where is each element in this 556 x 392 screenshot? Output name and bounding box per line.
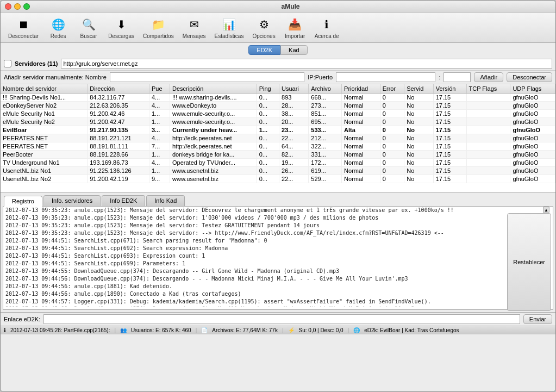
status-log-line: 2012-07-13 09:45:28: PartFile.cpp(2165): <box>10 327 110 333</box>
col-priority: Prioridad <box>342 84 380 94</box>
toolbar-importar-label: Importar <box>285 33 305 39</box>
status-files: Archivos: E: 77,64M K: 77k <box>212 327 278 333</box>
log-section: 2012-07-13 09:35:23: amule.cpp(1523): Me… <box>3 206 553 310</box>
col-version: Versión <box>433 84 466 94</box>
server-url-input[interactable] <box>61 59 552 69</box>
log-line: 2012-07-13 09:35:23: amule.cpp(1523): Me… <box>5 207 541 214</box>
toolbar-buscar-label: Buscar <box>80 33 97 39</box>
table-row[interactable]: PEERATES.NET88.191.81.1117...http://edk.… <box>1 142 555 151</box>
toolbar-opciones-label: Opciones <box>252 33 275 39</box>
table-header-row: Nombre del servidor Dirección Pue Descri… <box>1 84 555 94</box>
ed2k-bar: Enlace eD2K: Enviar <box>1 312 555 326</box>
descargas-icon: ⬇ <box>113 16 130 33</box>
log-line: 2012-07-13 09:35:23: amule.cpp(1523): Me… <box>5 214 541 222</box>
acerca-de-icon: ℹ <box>318 16 335 33</box>
buscar-icon: 🔍 <box>80 16 97 33</box>
log-line: 2012-07-13 09:44:55: DownloadQueue.cpp(3… <box>5 267 541 275</box>
add-server-port-input[interactable] <box>443 72 471 82</box>
status-icon-network: 🌐 <box>353 327 360 333</box>
tab-info-servidores[interactable]: Info. servidores <box>43 195 101 206</box>
log-line: 2012-07-13 09:44:51: SearchList.cpp(692)… <box>5 245 541 252</box>
toolbar-compartidos-label: Compartidos <box>143 33 174 39</box>
tab-registro[interactable]: Registro <box>4 196 42 207</box>
toolbar-descargas-label: Descargas <box>108 33 134 39</box>
col-udp: UDP Flags <box>510 84 555 94</box>
send-btn[interactable]: Enviar <box>523 314 552 324</box>
server-tbody: !!! Sharing-Devils No1...84.32.116.774..… <box>1 94 555 183</box>
col-addr: Dirección <box>88 84 149 94</box>
compartidos-icon: 📁 <box>149 16 167 33</box>
toolbar-buscar[interactable]: 🔍 Buscar <box>74 15 103 40</box>
toolbar-redes[interactable]: 🌐 Redes <box>44 15 72 40</box>
table-row[interactable]: eMule Security No191.200.42.461...www.em… <box>1 110 555 118</box>
close-btn[interactable] <box>5 3 11 10</box>
status-icon-transfer: ⚡ <box>288 327 295 333</box>
network-bar: ED2K Kad <box>1 43 555 57</box>
col-servid: Servid <box>404 84 433 94</box>
status-icon: ℹ <box>4 327 6 333</box>
server-url-row: Servidores (11) <box>1 57 555 71</box>
maximize-btn[interactable] <box>23 3 30 10</box>
toolbar-desconectar[interactable]: ⏹ Desconectar <box>5 15 42 40</box>
tab-info-kad[interactable]: Info Kad <box>146 195 185 206</box>
table-row[interactable]: UsenetNL.biz No191.225.136.1261...www.us… <box>1 167 555 175</box>
add-server-label: Añadir servidor manualmente: Nombre <box>4 74 107 80</box>
toolbar-compartidos[interactable]: 📁 Compartidos <box>140 15 177 40</box>
add-server-row: Añadir servidor manualmente: Nombre IP:P… <box>1 71 555 84</box>
mensajes-icon: ✉ <box>185 16 203 33</box>
desconectar-icon: ⏹ <box>15 16 32 33</box>
table-row[interactable]: eDonkeyServer No2212.63.206.354...www.eD… <box>1 102 555 110</box>
col-files: Archivo <box>309 84 342 94</box>
toolbar-acerca-de[interactable]: ℹ Acerca de <box>311 15 342 40</box>
scroll-up-btn[interactable]: ▲ <box>543 207 549 213</box>
log-line: 2012-07-13 09:44:56: amule.cpp(1890): Co… <box>5 290 541 298</box>
ed2k-input[interactable] <box>43 314 520 324</box>
add-server-name-input[interactable] <box>110 72 304 82</box>
log-line: 2012-07-13 09:44:51: SearchList.cpp(671)… <box>5 237 541 245</box>
toolbar-redes-label: Redes <box>51 33 66 39</box>
kad-btn[interactable]: Kad <box>280 45 308 55</box>
server-checkbox[interactable] <box>4 60 11 67</box>
bottom-panel: Registro Info. servidores Info ED2K Info… <box>1 193 555 312</box>
status-network: eD2k: EvilBoar | Kad: Tras Cortafuegos <box>364 327 459 333</box>
toolbar-importar[interactable]: 📥 Importar <box>281 15 309 40</box>
minimize-btn[interactable] <box>14 3 21 10</box>
log-line: 2012-07-13 09:44:56: amule.cpp(1881): Ka… <box>5 283 541 290</box>
server-table: Nombre del servidor Dirección Pue Descri… <box>1 84 555 183</box>
add-server-ip-input[interactable] <box>336 72 435 82</box>
tab-info-ed2k[interactable]: Info ED2K <box>102 195 145 206</box>
add-btn[interactable]: Añadir <box>474 72 503 82</box>
log-line: 2012-07-13 09:35:23: amule.cpp(1523): Me… <box>5 222 541 229</box>
redes-icon: 🌐 <box>49 16 67 33</box>
status-bar: ℹ 2012-07-13 09:45:28: PartFile.cpp(2165… <box>1 326 555 334</box>
restablecer-btn[interactable]: Restablecer <box>507 213 551 311</box>
table-row[interactable]: eMule Security No291.200.42.471...www.em… <box>1 118 555 126</box>
table-row[interactable]: PEERATES.NET88.191.221.1214...http://edk… <box>1 134 555 142</box>
table-row[interactable]: UsenetNL.biz No291.200.42.1199...www.use… <box>1 175 555 183</box>
table-row[interactable]: TV Underground No1193.169.86.734...Opera… <box>1 159 555 167</box>
table-row[interactable]: PeerBooter88.191.228.661...donkeys bridg… <box>1 151 555 159</box>
titlebar: aMule <box>1 1 555 13</box>
toolbar-estadisticas-label: Estadísticas <box>214 33 243 39</box>
importar-icon: 📥 <box>286 16 304 33</box>
col-tcp: TCP Flags <box>466 84 510 94</box>
ip-port-label: IP:Puerto <box>308 74 333 80</box>
status-icon-users: 👥 <box>120 327 127 333</box>
toolbar-mensajes-label: Mensajes <box>183 33 206 39</box>
col-error: Error <box>380 84 404 94</box>
estadisticas-icon: 📊 <box>220 16 238 33</box>
window-title: aMule <box>30 3 551 10</box>
toolbar-descargas[interactable]: ⬇ Descargas <box>105 15 138 40</box>
log-line: 2012-07-13 09:44:56: DownloadQueue.cpp(3… <box>5 275 541 283</box>
ed2k-btn[interactable]: ED2K <box>248 45 280 55</box>
server-table-container[interactable]: Nombre del servidor Dirección Pue Descri… <box>1 84 555 193</box>
toolbar-opciones[interactable]: ⚙ Opciones <box>249 15 278 40</box>
table-row[interactable]: !!! Sharing-Devils No1...84.32.116.774..… <box>1 94 555 102</box>
titlebar-buttons <box>5 3 30 10</box>
toolbar-mensajes[interactable]: ✉ Mensajes <box>179 15 209 40</box>
ed2k-label: Enlace eD2K: <box>4 316 40 322</box>
server-disconnect-btn[interactable]: Desconectar <box>507 72 552 82</box>
toolbar-estadisticas[interactable]: 📊 Estadísticas <box>211 15 247 40</box>
log-area[interactable]: 2012-07-13 09:35:23: amule.cpp(1523): Me… <box>5 207 541 307</box>
table-row[interactable]: EvilBoar91.217.90.1353...Currently under… <box>1 126 555 134</box>
